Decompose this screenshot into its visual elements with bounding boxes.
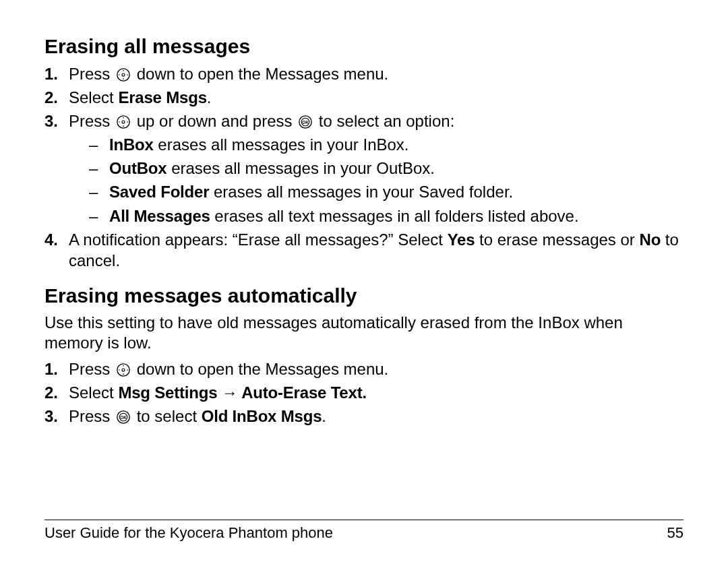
ui-label: Msg Settings → Auto-Erase Text.	[118, 383, 367, 402]
step-1-2: 2. Select Erase Msgs.	[44, 87, 684, 108]
step-text: A notification appears: “Erase all messa…	[69, 230, 448, 249]
nav-key-icon	[116, 67, 131, 82]
heading-erasing-auto: Erasing messages automatically	[44, 283, 684, 309]
step-1-3: 3. Press up or down and press to select …	[44, 111, 684, 226]
page-footer: User Guide for the Kyocera Phantom phone…	[44, 520, 684, 542]
step-text: Press	[69, 360, 115, 378]
step-2-2: 2. Select Msg Settings → Auto-Erase Text…	[44, 382, 684, 403]
nav-key-icon	[116, 363, 131, 377]
ui-label: OutBox	[109, 159, 166, 177]
ui-label: InBox	[109, 135, 154, 154]
step-text: down to open the Messages menu.	[137, 360, 389, 378]
document-page: Erasing all messages 1. Press down to op…	[0, 0, 728, 562]
steps-list-2: 1. Press down to open the Messages menu.…	[44, 358, 684, 427]
page-number: 55	[667, 524, 684, 542]
sub-item: Saved Folder erases all messages in your…	[69, 181, 684, 202]
step-2-3: 3. Press to select Old InBox Msgs.	[44, 406, 684, 427]
sub-item: InBox erases all messages in your InBox.	[69, 134, 684, 155]
step-text: .	[322, 407, 326, 425]
step-text: to erase messages or	[475, 230, 639, 249]
sub-text: erases all text messages in all folders …	[210, 207, 579, 225]
step-1-4: 4. A notification appears: “Erase all me…	[44, 229, 684, 271]
step-text: Press	[69, 112, 115, 130]
ui-label: Yes	[448, 230, 475, 249]
ui-label: Old InBox Msgs	[202, 407, 322, 425]
step-text: .	[207, 88, 212, 106]
step-text: Press	[69, 407, 115, 425]
ok-key-icon	[298, 115, 313, 129]
footer-title: User Guide for the Kyocera Phantom phone	[44, 524, 333, 542]
ui-label: All Messages	[109, 207, 210, 225]
steps-list-1: 1. Press down to open the Messages menu.…	[44, 63, 684, 272]
sub-text: erases all messages in your InBox.	[154, 135, 409, 154]
step-2-1: 1. Press down to open the Messages menu.	[44, 358, 684, 379]
step-text: down to open the Messages menu.	[137, 65, 389, 83]
sub-text: erases all messages in your Saved folder…	[209, 183, 513, 201]
step-text: Press	[69, 65, 115, 83]
ok-key-icon	[116, 410, 131, 425]
step-text: to select an option:	[319, 112, 454, 130]
ui-label: Saved Folder	[109, 183, 209, 201]
heading-erasing-all: Erasing all messages	[44, 34, 684, 59]
sub-text: erases all messages in your OutBox.	[166, 159, 435, 177]
step-text: to select	[137, 407, 202, 425]
nav-key-icon	[116, 115, 131, 129]
section-intro: Use this setting to have old messages au…	[44, 313, 684, 353]
step-1-1: 1. Press down to open the Messages menu.	[44, 63, 684, 84]
sub-item: OutBox erases all messages in your OutBo…	[69, 158, 684, 179]
sub-options-list: InBox erases all messages in your InBox.…	[69, 134, 684, 226]
ui-label: No	[640, 230, 661, 249]
ui-label: Erase Msgs	[118, 88, 206, 106]
step-text: Select	[69, 88, 118, 106]
step-text: Select	[69, 383, 118, 402]
sub-item: All Messages erases all text messages in…	[69, 206, 684, 226]
step-text: up or down and press	[137, 112, 297, 130]
